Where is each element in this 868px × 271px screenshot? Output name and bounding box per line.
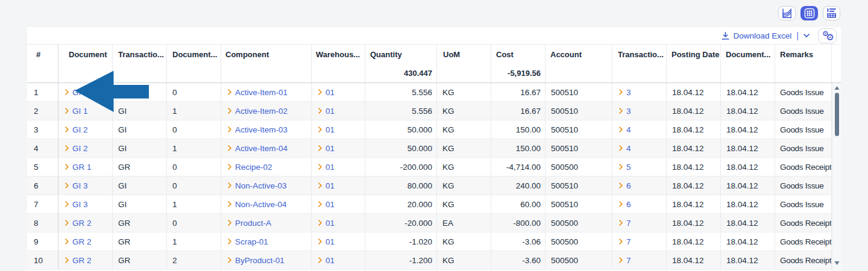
document-link[interactable]: GI 3 — [72, 200, 88, 209]
table-row: 8GR 2GR0Product-A01-20.000EA-800.0050050… — [27, 214, 832, 232]
chevron-right-icon — [228, 126, 231, 132]
component-link[interactable]: Non-Active-03 — [235, 181, 287, 190]
chevron-right-icon — [228, 145, 231, 151]
document-link[interactable]: GI 2 — [72, 125, 88, 134]
scroll-down-icon[interactable] — [834, 261, 840, 266]
column-header-cost[interactable]: Cost — [491, 45, 546, 64]
component-link[interactable]: Scrap-01 — [235, 237, 268, 246]
column-header-document_item[interactable]: Document... — [167, 45, 221, 64]
column-header-transaction_type[interactable]: Transactio... — [113, 45, 167, 64]
cell-document_item: 0 — [167, 83, 221, 102]
column-header-document_date[interactable]: Document... — [721, 45, 775, 64]
transaction-link[interactable]: 4 — [626, 125, 631, 134]
total-cell-num — [27, 64, 58, 83]
transaction-link[interactable]: 3 — [626, 107, 631, 116]
settings-button[interactable]: ⚙ ⚙ — [818, 28, 837, 43]
warehouse-link[interactable]: 01 — [326, 163, 335, 172]
cell-warehouse: 01 — [312, 102, 365, 120]
chevron-right-icon — [318, 220, 322, 226]
cell-transaction_type: GI — [113, 120, 167, 139]
component-link[interactable]: Active-Item-01 — [235, 88, 288, 97]
chevron-right-icon — [318, 89, 322, 95]
cell-remarks: Goods Issue — [775, 176, 832, 195]
cell-posting_date: 18.04.12 — [667, 158, 721, 176]
warehouse-link[interactable]: 01 — [326, 237, 335, 246]
transaction-link[interactable]: 7 — [626, 219, 631, 228]
component-link[interactable]: Non-Active-04 — [235, 200, 287, 209]
table-header: #DocumentTransactio...Document...Compone… — [27, 44, 841, 83]
warehouse-link[interactable]: 01 — [326, 107, 335, 116]
transaction-link[interactable]: 5 — [626, 163, 631, 172]
cell-transaction: 4 — [612, 139, 667, 158]
cell-uom: KG — [437, 176, 491, 195]
document-link[interactable]: GR 2 — [72, 237, 92, 246]
warehouse-link[interactable]: 01 — [326, 88, 335, 97]
view-switcher — [778, 6, 840, 20]
table-row: 3GI 2GI0Active-Item-030150.000KG150.0050… — [27, 120, 832, 139]
chevron-right-icon — [619, 182, 623, 188]
transaction-link[interactable]: 7 — [626, 237, 631, 246]
chevron-down-icon[interactable] — [803, 33, 810, 38]
transaction-link[interactable]: 4 — [626, 144, 631, 153]
column-header-posting_date[interactable]: Posting Date — [667, 45, 721, 64]
component-link[interactable]: Product-A — [235, 219, 271, 228]
column-header-quantity[interactable]: Quantity — [365, 45, 437, 64]
scrollbar-thumb[interactable] — [835, 93, 839, 136]
column-header-document[interactable]: Document — [58, 45, 113, 64]
table-view-button[interactable] — [800, 6, 818, 20]
document-link[interactable]: GR 2 — [72, 219, 92, 228]
document-link[interactable]: GI 1 — [72, 107, 88, 116]
column-header-remarks[interactable]: Remarks — [775, 45, 832, 64]
chart-table-view-button[interactable] — [823, 6, 840, 20]
document-link[interactable]: GI 3 — [72, 181, 88, 190]
document-link[interactable]: GR 1 — [72, 163, 92, 172]
cell-document_date: 18.04.12 — [721, 102, 775, 120]
column-header-uom[interactable]: UoM — [437, 45, 491, 64]
cell-account: 500510 — [546, 83, 612, 102]
document-link[interactable]: GI 1 — [72, 88, 88, 97]
transaction-link[interactable]: 6 — [626, 181, 631, 190]
cell-cost: 16.67 — [491, 102, 546, 120]
column-header-num[interactable]: # — [27, 45, 58, 64]
warehouse-link[interactable]: 01 — [326, 219, 335, 228]
warehouse-link[interactable]: 01 — [326, 125, 335, 134]
chevron-right-icon — [65, 108, 69, 114]
cell-document: GI 3 — [58, 195, 113, 214]
chevron-right-icon — [619, 257, 623, 263]
warehouse-link[interactable]: 01 — [326, 200, 335, 209]
column-header-component[interactable]: Component — [221, 45, 312, 64]
component-link[interactable]: Active-Item-04 — [235, 144, 288, 153]
document-link[interactable]: GI 2 — [72, 144, 88, 153]
component-link[interactable]: Active-Item-03 — [235, 125, 288, 134]
cell-transaction: 6 — [612, 176, 667, 195]
vertical-scrollbar[interactable] — [832, 83, 841, 271]
column-header-warehouse[interactable]: Warehous... — [312, 45, 365, 64]
column-header-transaction[interactable]: Transactio... — [612, 45, 667, 64]
total-cell-component — [221, 64, 312, 83]
chevron-right-icon — [619, 126, 623, 132]
cell-quantity: -1.200 — [365, 251, 437, 270]
column-header-account[interactable]: Account — [546, 45, 612, 64]
chart-view-button[interactable] — [778, 6, 796, 20]
total-cell-document_date — [721, 64, 775, 83]
document-link[interactable]: GR 2 — [72, 256, 92, 265]
component-link[interactable]: ByProduct-01 — [235, 256, 285, 265]
cell-remarks: Goods Receipt — [775, 214, 832, 232]
chevron-right-icon — [65, 238, 69, 245]
table-body: 1GI 1GI0Active-Item-01015.556KG16.675005… — [27, 83, 832, 270]
warehouse-link[interactable]: 01 — [326, 144, 335, 153]
component-link[interactable]: Recipe-02 — [235, 163, 272, 172]
chevron-right-icon — [228, 89, 231, 95]
transaction-link[interactable]: 3 — [626, 88, 631, 97]
component-link[interactable]: Active-Item-02 — [235, 107, 288, 116]
cell-document_item: 1 — [167, 195, 221, 214]
cell-posting_date: 18.04.12 — [667, 83, 721, 102]
download-excel-button[interactable]: Download Excel | — [721, 31, 810, 40]
table-row: 1GI 1GI0Active-Item-01015.556KG16.675005… — [27, 83, 832, 102]
scroll-up-icon[interactable] — [834, 86, 840, 90]
warehouse-link[interactable]: 01 — [326, 181, 335, 190]
transaction-link[interactable]: 6 — [626, 200, 631, 209]
warehouse-link[interactable]: 01 — [326, 256, 335, 265]
cell-num: 6 — [27, 176, 58, 195]
transaction-link[interactable]: 7 — [626, 256, 631, 265]
